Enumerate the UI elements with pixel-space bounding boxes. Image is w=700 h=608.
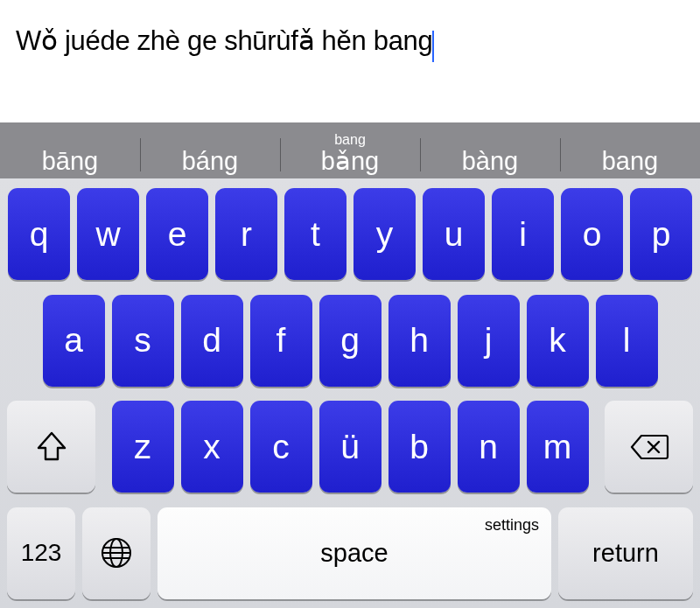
globe-key[interactable]	[82, 507, 150, 599]
numbers-key-label: 123	[21, 539, 62, 567]
virtual-keyboard: q w e r t y u i o p a s d f g h j k l z …	[0, 178, 700, 608]
backspace-key[interactable]	[605, 401, 693, 493]
key-row-1: q w e r t y u i o p	[7, 188, 693, 280]
key-w[interactable]: w	[77, 188, 139, 280]
key-m[interactable]: m	[527, 401, 589, 493]
key-b[interactable]: b	[388, 401, 451, 493]
candidate-main-label: báng	[182, 147, 239, 175]
key-q[interactable]: q	[8, 188, 70, 280]
key-row-3-letters: z x c ü b n m	[112, 401, 589, 493]
backspace-icon	[629, 432, 669, 462]
key-c[interactable]: c	[250, 401, 312, 493]
candidate-bar: bāng báng bang bǎng bàng bang	[0, 122, 700, 178]
key-d[interactable]: d	[181, 295, 243, 387]
candidate-main-label: bang	[602, 147, 659, 175]
composed-text: Wǒ juéde zhè ge shūrùfǎ hěn bang	[16, 25, 433, 56]
key-p[interactable]: p	[630, 188, 692, 280]
candidate-5[interactable]: bang	[560, 122, 700, 178]
key-g[interactable]: g	[319, 295, 382, 387]
return-key-label: return	[592, 539, 659, 568]
key-r[interactable]: r	[215, 188, 277, 280]
key-o[interactable]: o	[561, 188, 623, 280]
candidate-3[interactable]: bang bǎng	[280, 122, 420, 178]
space-key-label: space	[320, 539, 388, 568]
text-input-area[interactable]: Wǒ juéde zhè ge shūrùfǎ hěn bang	[0, 0, 700, 122]
key-t[interactable]: t	[284, 188, 346, 280]
shift-icon	[34, 430, 69, 464]
key-h[interactable]: h	[388, 295, 451, 387]
key-k[interactable]: k	[527, 295, 589, 387]
key-e[interactable]: e	[146, 188, 208, 280]
space-settings-label: settings	[485, 516, 539, 535]
key-i[interactable]: i	[492, 188, 554, 280]
candidate-1[interactable]: bāng	[0, 122, 140, 178]
key-x[interactable]: x	[181, 401, 243, 493]
key-f[interactable]: f	[250, 295, 312, 387]
candidate-small-label: bang	[334, 132, 366, 148]
key-a[interactable]: a	[43, 295, 105, 387]
key-u-umlaut[interactable]: ü	[319, 401, 382, 493]
space-key[interactable]: settings space	[158, 507, 551, 599]
key-l[interactable]: l	[596, 295, 658, 387]
candidate-main-label: bǎng	[321, 147, 379, 175]
candidate-main-label: bāng	[42, 147, 99, 175]
numbers-key[interactable]: 123	[7, 507, 75, 599]
key-z[interactable]: z	[112, 401, 174, 493]
candidate-2[interactable]: báng	[140, 122, 280, 178]
key-row-4: 123 settings space return	[7, 507, 693, 599]
text-cursor	[432, 31, 434, 62]
key-u[interactable]: u	[423, 188, 485, 280]
shift-key[interactable]	[7, 401, 95, 493]
key-row-3: z x c ü b n m	[7, 401, 693, 493]
key-y[interactable]: y	[354, 188, 416, 280]
key-n[interactable]: n	[458, 401, 520, 493]
candidate-main-label: bàng	[462, 147, 519, 175]
return-key[interactable]: return	[558, 507, 693, 599]
key-j[interactable]: j	[458, 295, 520, 387]
globe-icon	[99, 535, 134, 570]
key-s[interactable]: s	[112, 295, 174, 387]
candidate-4[interactable]: bàng	[420, 122, 560, 178]
key-row-2: a s d f g h j k l	[7, 295, 693, 387]
